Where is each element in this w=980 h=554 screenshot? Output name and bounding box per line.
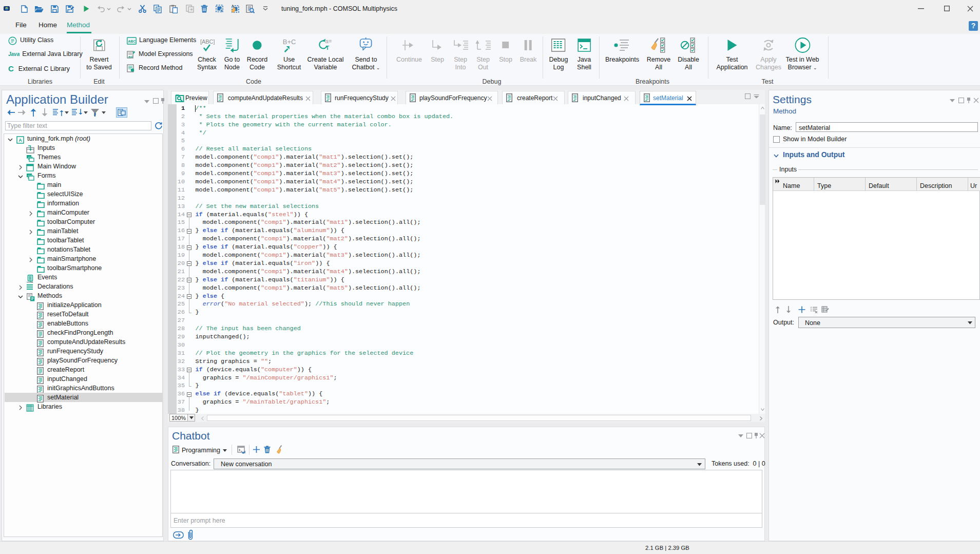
svg-text:T: T <box>326 45 330 51</box>
svg-text:a=: a= <box>128 54 133 59</box>
svg-text:A: A <box>18 138 22 143</box>
svg-text:B+C: B+C <box>283 38 296 46</box>
svg-text:ABC: ABC <box>128 40 136 43</box>
svg-text:a=: a= <box>325 38 332 44</box>
svg-text:[ABC]: [ABC] <box>200 39 215 45</box>
